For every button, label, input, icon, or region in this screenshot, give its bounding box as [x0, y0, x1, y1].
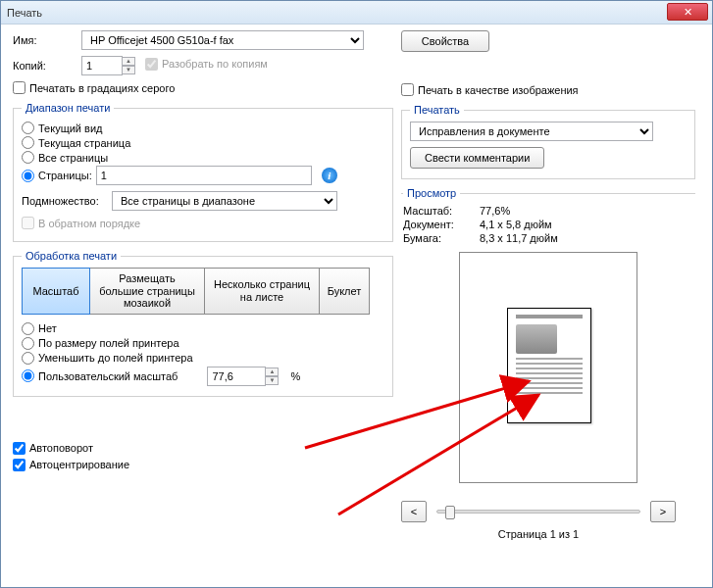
name-label: Имя:	[13, 34, 81, 46]
grayscale-checkbox[interactable]	[13, 81, 25, 94]
mode-booklet-button[interactable]: Буклет	[319, 268, 370, 315]
collate-label: Разобрать по копиям	[162, 58, 268, 70]
chevron-right-icon: >	[660, 506, 666, 517]
custom-scale-input[interactable]	[207, 367, 266, 386]
titlebar: Печать ✕	[1, 1, 712, 24]
page-counter: Страница 1 из 1	[401, 528, 676, 540]
scale-fit-radio[interactable]	[22, 337, 34, 350]
range-pages-radio[interactable]	[22, 170, 34, 182]
preview-next-button[interactable]: >	[650, 501, 676, 522]
mode-tile-button[interactable]: Размещать большие страницы мозаикой	[89, 268, 205, 315]
autocenter-label: Автоцентрирование	[29, 459, 129, 470]
grayscale-label: Печатать в градациях серого	[29, 82, 175, 94]
preview-legend: Просмотр	[403, 187, 460, 199]
preview-doc-value: 4,1 x 5,8 дюйм	[480, 219, 552, 230]
slider-thumb[interactable]	[445, 506, 455, 519]
print-what-group: Печатать Исправления в документе Свести …	[401, 104, 695, 179]
subset-label: Подмножество:	[22, 195, 112, 207]
preview-scale-value: 77,6%	[480, 205, 510, 217]
info-icon[interactable]: i	[322, 168, 337, 183]
pages-input[interactable]	[96, 166, 312, 185]
printer-select[interactable]: HP Officejet 4500 G510a-f fax	[81, 30, 364, 50]
print-what-legend: Печатать	[410, 104, 464, 116]
autorotate-label: Автоповорот	[29, 442, 93, 454]
flatten-comments-button[interactable]: Свести комментарии	[410, 147, 544, 169]
preview-scale-label: Масштаб:	[403, 205, 480, 217]
range-legend: Диапазон печати	[22, 102, 114, 114]
preview-document	[507, 308, 591, 423]
print-what-select[interactable]: Исправления в документе	[410, 122, 653, 141]
mode-multiple-button[interactable]: Несколько страниц на листе	[204, 268, 320, 315]
scale-shrink-radio[interactable]	[22, 352, 34, 365]
collate-checkbox	[145, 58, 158, 71]
preview-doc-label: Документ:	[403, 219, 480, 230]
handling-mode-segmented: Масштаб Размещать большие страницы мозаи…	[22, 268, 384, 315]
as-image-checkbox[interactable]	[401, 83, 414, 96]
page-handling-group: Обработка печати Масштаб Размещать больш…	[13, 250, 393, 397]
preview-prev-button[interactable]: <	[401, 501, 427, 522]
close-icon: ✕	[684, 6, 692, 19]
copies-spinner[interactable]: ▲▼	[122, 57, 135, 74]
print-dialog: Печать ✕ Имя: HP Officejet 4500 G510a-f …	[0, 0, 713, 588]
preview-group: Просмотр Масштаб:77,6% Документ:4,1 x 5,…	[401, 187, 695, 487]
preview-paper-label: Бумага:	[403, 232, 480, 244]
print-range-group: Диапазон печати Текущий вид Текущая стра…	[13, 102, 393, 242]
properties-button[interactable]: Свойства	[401, 30, 489, 52]
reverse-checkbox	[22, 217, 34, 229]
autocenter-checkbox[interactable]	[13, 459, 25, 471]
scale-spinner[interactable]: ▲▼	[265, 368, 279, 385]
as-image-label: Печать в качестве изображения	[418, 84, 579, 96]
autorotate-checkbox[interactable]	[13, 442, 25, 455]
copies-input[interactable]	[81, 56, 123, 75]
range-all-pages-radio[interactable]	[22, 151, 34, 164]
handling-legend: Обработка печати	[22, 250, 121, 262]
preview-paper	[459, 252, 637, 483]
copies-label: Копий:	[13, 60, 81, 72]
preview-paper-value: 8,3 x 11,7 дюйм	[480, 232, 558, 244]
close-button[interactable]: ✕	[667, 3, 708, 21]
subset-select[interactable]: Все страницы в диапазоне	[112, 191, 337, 211]
scale-custom-radio[interactable]	[22, 369, 34, 382]
chevron-left-icon: <	[411, 506, 417, 517]
range-current-view-radio[interactable]	[22, 122, 34, 134]
range-current-page-radio[interactable]	[22, 136, 34, 149]
mode-scale-button[interactable]: Масштаб	[22, 268, 90, 315]
window-title: Печать	[7, 7, 42, 19]
preview-slider[interactable]	[436, 510, 640, 514]
scale-none-radio[interactable]	[22, 322, 34, 335]
